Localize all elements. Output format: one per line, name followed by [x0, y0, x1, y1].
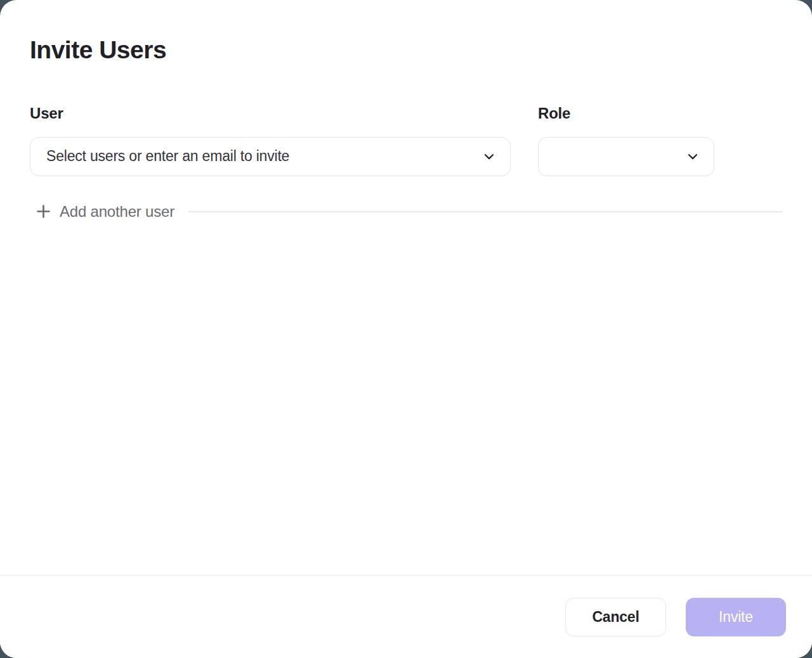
dialog-title: Invite Users	[30, 35, 782, 65]
role-field-label: Role	[538, 105, 714, 122]
role-select[interactable]	[538, 137, 714, 176]
role-field-group: Role	[538, 105, 714, 176]
dialog-footer: Cancel Invite	[0, 575, 812, 658]
add-another-user-label: Add another user	[60, 203, 174, 221]
chevron-down-icon	[686, 150, 700, 164]
add-another-row: Add another user	[30, 203, 782, 221]
user-select-placeholder: Select users or enter an email to invite	[46, 148, 289, 165]
invite-fields-row: User Select users or enter an email to i…	[30, 105, 782, 176]
chevron-down-icon	[482, 150, 496, 164]
add-another-user-button[interactable]: Add another user	[30, 203, 174, 221]
horizontal-divider	[188, 211, 782, 212]
plus-icon	[35, 203, 52, 220]
invite-users-dialog: Invite Users User Select users or enter …	[0, 0, 812, 658]
user-field-group: User Select users or enter an email to i…	[30, 105, 511, 176]
user-field-label: User	[30, 105, 511, 122]
dialog-body: Invite Users User Select users or enter …	[0, 0, 812, 221]
invite-button[interactable]: Invite	[686, 598, 786, 636]
user-select[interactable]: Select users or enter an email to invite	[30, 137, 511, 176]
cancel-button[interactable]: Cancel	[565, 598, 666, 636]
